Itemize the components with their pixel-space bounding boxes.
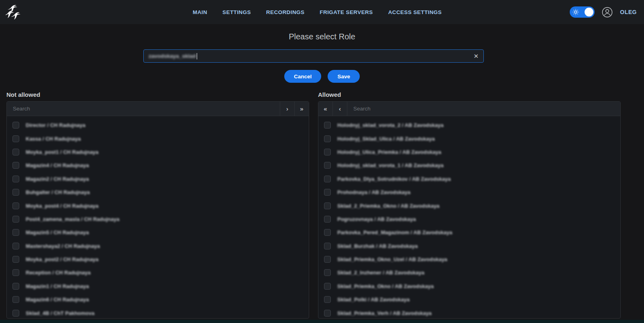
checkbox[interactable] (324, 216, 331, 223)
username-label[interactable]: OLEG (620, 9, 637, 15)
list-item[interactable]: Parkovka_Pered_Magazinom / AB Zavodskaya (318, 226, 620, 239)
checkbox[interactable] (12, 135, 19, 142)
bottom-strip (0, 320, 644, 323)
list-item[interactable]: Director / CH Radujnaya (7, 119, 309, 132)
list-item-label: Sklad_Burzhak / AB Zavodskaya (337, 243, 418, 249)
checkbox[interactable] (324, 283, 331, 290)
list-item[interactable]: Magazin1 / CH Radujnaya (7, 280, 309, 293)
allowed-search-input[interactable] (347, 102, 620, 116)
list-item[interactable]: Magazin5 / CH Radujnaya (7, 226, 309, 239)
navbar-right-cluster: OLEG (570, 0, 637, 24)
list-item-label: Magazin6 / CH Radujnaya (26, 296, 89, 303)
page-title: Please select Role (0, 32, 644, 41)
checkbox[interactable] (12, 283, 19, 290)
list-item[interactable]: Sklad_4B / ChT Pakhomova (7, 306, 309, 319)
list-item[interactable]: Sklad_Priemka_Okno / AB Zavodskaya (318, 280, 620, 293)
checkbox[interactable] (12, 176, 19, 182)
checkbox[interactable] (12, 269, 19, 276)
list-item[interactable]: Magazin2 / CH Radujnaya (7, 172, 309, 186)
role-input[interactable]: zavodskaya_sklad ✕ (143, 49, 484, 63)
list-item-label: Moyka_post4 / CH Radujnaya (26, 203, 98, 209)
not-allowed-search-input[interactable] (7, 102, 280, 116)
sun-icon (573, 9, 579, 15)
move-all-left-button[interactable]: « (318, 102, 333, 116)
nav-frigate-servers[interactable]: FRIGATE SERVERS (320, 9, 373, 15)
list-item-label: Holodnyj_sklad_vorota_1 / AB Zavodskaya (337, 162, 444, 168)
checkbox[interactable] (324, 162, 331, 169)
checkbox[interactable] (324, 269, 331, 276)
checkbox[interactable] (12, 296, 19, 303)
list-item-label: Parkovka_Pered_Magazinom / AB Zavodskaya (337, 229, 452, 235)
list-item[interactable]: Moyka_post2 / CH Radujnaya (7, 253, 309, 266)
checkbox[interactable] (12, 162, 19, 169)
list-item[interactable]: Buhgalter / CH Radujnaya (7, 186, 309, 199)
list-item[interactable]: Sklad_Burzhak / AB Zavodskaya (318, 239, 620, 253)
list-item[interactable]: Kassa / CH Radujnaya (7, 132, 309, 145)
nav-settings[interactable]: SETTINGS (222, 9, 251, 15)
list-item[interactable]: Reception / CH Radujnaya (7, 266, 309, 279)
checkbox[interactable] (324, 122, 331, 129)
nav-access-settings[interactable]: ACCESS SETTINGS (388, 9, 442, 15)
move-selected-left-button[interactable]: ‹ (333, 102, 347, 116)
list-item-label: Holodnyj_Ulica_Priemka / AB Zavodskaya (337, 149, 441, 155)
cancel-button[interactable]: Cancel (284, 70, 321, 83)
clear-icon[interactable]: ✕ (473, 53, 479, 59)
list-item-label: Magazin5 / CH Radujnaya (26, 229, 89, 235)
checkbox[interactable] (324, 310, 331, 317)
list-item[interactable]: Mastershaya2 / CH Radujnaya (7, 239, 309, 253)
user-account-icon[interactable] (602, 7, 613, 18)
checkbox[interactable] (12, 216, 19, 223)
list-item-label: Kassa / CH Radujnaya (26, 136, 81, 142)
checkbox[interactable] (324, 229, 331, 236)
list-item-label: Mastershaya2 / CH Radujnaya (26, 243, 100, 249)
form-actions: Cancel Save (0, 70, 644, 83)
checkbox[interactable] (12, 243, 19, 249)
checkbox[interactable] (12, 122, 19, 129)
checkbox[interactable] (12, 229, 19, 236)
checkbox[interactable] (12, 189, 19, 196)
list-item-label: Prohodnaya / AB Zavodskaya (337, 189, 410, 195)
list-item-label: Magazin4 / CH Radujnaya (26, 162, 89, 168)
list-item[interactable]: Moyka_post1 / CH Radujnaya (7, 145, 309, 159)
list-item[interactable]: Sklad_2_Priemka_Okno / AB Zavodskaya (318, 199, 620, 212)
allowed-panel: « ‹ Holodnyj_sklad_vorota_2 / AB Zavodsk… (318, 101, 621, 319)
checkbox[interactable] (324, 149, 331, 155)
checkbox[interactable] (12, 310, 19, 317)
move-selected-right-button[interactable]: › (280, 102, 294, 116)
list-item[interactable]: Parkovka_Dlya_Sotrudnikov / AB Zavodskay… (318, 172, 620, 186)
list-item[interactable]: Pogruzovnaya / AB Zavodskaya (318, 213, 620, 226)
list-item-label: Sklad_Polki / AB Zavodskaya (337, 296, 410, 303)
checkbox[interactable] (324, 256, 331, 263)
move-all-right-button[interactable]: » (294, 102, 309, 116)
list-item[interactable]: Magazin6 / CH Radujnaya (7, 293, 309, 306)
checkbox[interactable] (324, 202, 331, 209)
list-item[interactable]: Prohodnaya / AB Zavodskaya (318, 186, 620, 199)
list-item[interactable]: Holodnyj_Sklad_Ulica / AB Zavodskaya (318, 132, 620, 145)
list-item[interactable]: Holodnyj_Ulica_Priemka / AB Zavodskaya (318, 145, 620, 159)
list-item[interactable]: Magazin4 / CH Radujnaya (7, 159, 309, 172)
checkbox[interactable] (324, 176, 331, 182)
list-item[interactable]: Holodnyj_sklad_vorota_2 / AB Zavodskaya (318, 119, 620, 132)
list-item[interactable]: Holodnyj_sklad_vorota_1 / AB Zavodskaya (318, 159, 620, 172)
top-navbar: MAIN SETTINGS RECORDINGS FRIGATE SERVERS… (0, 0, 644, 24)
list-item-label: Magazin1 / CH Radujnaya (26, 283, 89, 289)
checkbox[interactable] (324, 189, 331, 196)
list-item-label: Parkovka_Dlya_Sotrudnikov / AB Zavodskay… (337, 176, 451, 182)
role-input-value: zavodskaya_sklad (149, 53, 196, 59)
list-item[interactable]: Moyka_post4 / CH Radujnaya (7, 199, 309, 212)
list-item[interactable]: Sklad_2_Inzhener / AB Zavodskaya (318, 266, 620, 279)
save-button[interactable]: Save (328, 70, 360, 83)
checkbox[interactable] (324, 243, 331, 249)
checkbox[interactable] (12, 202, 19, 209)
nav-main[interactable]: MAIN (193, 9, 207, 15)
list-item[interactable]: Sklad_Priemka_Okno_Uzel / AB Zavodskaya (318, 253, 620, 266)
list-item[interactable]: Sklad_Polki / AB Zavodskaya (318, 293, 620, 306)
list-item[interactable]: Post4_zamena_masla / CH Radujnaya (7, 213, 309, 226)
list-item[interactable]: Sklad_Priemka_Verh / AB Zavodskaya (318, 306, 620, 319)
checkbox[interactable] (324, 296, 331, 303)
checkbox[interactable] (12, 149, 19, 155)
checkbox[interactable] (12, 256, 19, 263)
theme-toggle[interactable] (570, 6, 595, 18)
nav-recordings[interactable]: RECORDINGS (266, 9, 305, 15)
checkbox[interactable] (324, 135, 331, 142)
